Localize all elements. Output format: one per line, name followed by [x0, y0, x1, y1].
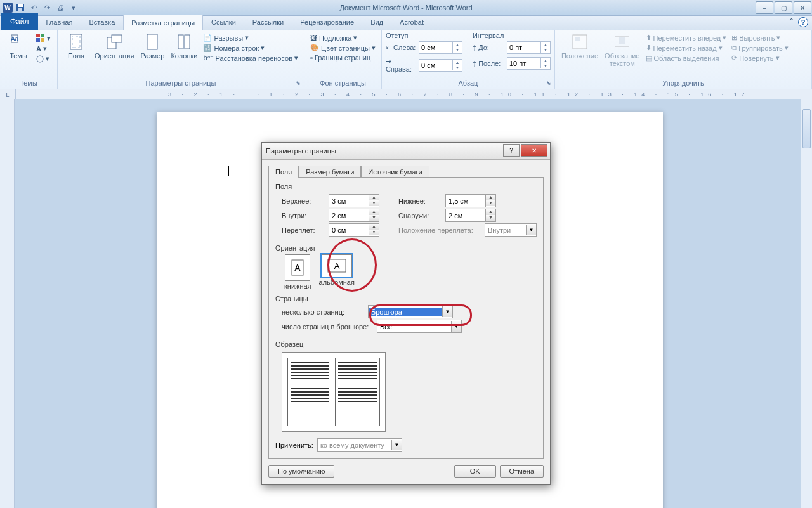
- columns-button[interactable]: Колонки: [168, 32, 200, 60]
- tab-insert[interactable]: Вставка: [81, 14, 123, 30]
- gutter-input[interactable]: ▲▼: [329, 223, 379, 237]
- indent-left-input[interactable]: ▲▼: [419, 41, 462, 54]
- align-button[interactable]: ⊞ Выровнять ▾: [730, 33, 790, 42]
- svg-rect-5: [36, 34, 40, 37]
- group-page-background: 🖼 Подложка ▾ 🎨 Цвет страницы ▾ ▫ Границы…: [304, 30, 382, 89]
- multiple-pages-select[interactable]: Брошюра▼: [368, 305, 453, 318]
- tab-acrobat[interactable]: Acrobat: [391, 14, 432, 30]
- svg-text:Aa: Aa: [11, 36, 19, 42]
- tab-page-layout[interactable]: Разметка страницы: [123, 15, 203, 30]
- dialog-tab-source[interactable]: Источник бумаги: [361, 166, 429, 178]
- tab-view[interactable]: Вид: [362, 14, 391, 30]
- tab-references[interactable]: Ссылки: [203, 14, 244, 30]
- size-button[interactable]: Размер: [138, 32, 167, 60]
- tab-review[interactable]: Рецензирование: [292, 14, 362, 30]
- theme-fonts-icon[interactable]: A▾: [34, 44, 53, 53]
- svg-rect-8: [41, 38, 44, 42]
- theme-effects-icon[interactable]: ▾: [34, 54, 53, 63]
- svg-rect-16: [185, 35, 190, 49]
- margin-top-input[interactable]: ▲▼: [329, 194, 379, 207]
- qat-more-icon[interactable]: ▾: [68, 2, 79, 13]
- hyphenation-button[interactable]: bᵃ⁻ Расстановка переносов ▾: [201, 53, 300, 63]
- selection-pane-button[interactable]: ▤ Область выделения: [644, 53, 729, 63]
- fieldset-preview: Образец: [275, 341, 537, 348]
- tab-home[interactable]: Главная: [38, 14, 81, 30]
- undo-icon[interactable]: ↶: [28, 2, 39, 13]
- svg-rect-19: [619, 37, 625, 44]
- spacing-before-input[interactable]: ▲▼: [507, 41, 551, 54]
- paragraph-launcher-icon[interactable]: ⬊: [544, 79, 553, 88]
- svg-text:A: A: [334, 261, 339, 271]
- scrollbar-thumb[interactable]: [802, 109, 811, 148]
- group-page-setup: Поля Ориентация Размер Колонки 📄 Разрывы…: [58, 30, 304, 89]
- fieldset-margins: Поля: [275, 183, 537, 190]
- wrap-text-button[interactable]: Обтекание текстом: [602, 32, 642, 67]
- spacing-after-input[interactable]: ▲▼: [507, 57, 551, 70]
- orientation-button[interactable]: Ориентация: [92, 32, 136, 60]
- page-borders-button[interactable]: ▫ Границы страниц: [308, 53, 377, 62]
- ok-button[interactable]: OK: [454, 465, 496, 478]
- bring-forward-button[interactable]: ⬆ Переместить вперед ▾: [644, 33, 729, 42]
- svg-rect-13: [112, 35, 122, 42]
- orientation-landscape[interactable]: A альбомная: [319, 254, 355, 290]
- preview-pane: [282, 352, 386, 432]
- ribbon-minimize-icon[interactable]: ⌃: [789, 17, 794, 27]
- svg-rect-18: [575, 37, 580, 41]
- apply-to-select[interactable]: ко всему документу▼: [317, 438, 402, 452]
- text-cursor: [228, 166, 229, 176]
- page-color-button[interactable]: 🎨 Цвет страницы ▾: [308, 43, 377, 53]
- redo-icon[interactable]: ↷: [41, 2, 53, 13]
- ribbon: Aa Темы ▾ A▾ ▾ Темы Поля Ориентация Разм…: [0, 30, 812, 89]
- dialog-help-icon[interactable]: ?: [503, 144, 520, 157]
- dialog-close-icon[interactable]: ✕: [521, 144, 547, 157]
- send-backward-button[interactable]: ⬇ Переместить назад ▾: [644, 43, 729, 53]
- qat-icon[interactable]: 🖨: [55, 2, 66, 13]
- close-button[interactable]: ✕: [794, 1, 811, 14]
- vertical-ruler[interactable]: [0, 99, 15, 508]
- svg-text:A: A: [295, 263, 301, 273]
- watermark-button[interactable]: 🖼 Подложка ▾: [308, 33, 377, 42]
- svg-rect-14: [147, 34, 157, 49]
- svg-rect-6: [41, 34, 44, 37]
- file-tab[interactable]: Файл: [1, 13, 38, 30]
- theme-colors-icon[interactable]: ▾: [34, 33, 53, 43]
- booklet-pages-select[interactable]: Все▼: [377, 320, 462, 333]
- group-arrange: Положение Обтекание текстом ⬆ Переместит…: [555, 30, 812, 89]
- group-paragraph: Отступ ⇤ Слева:▲▼ ⇥ Справа:▲▼ Интервал ‡…: [382, 30, 555, 89]
- svg-point-9: [37, 56, 43, 62]
- dialog-tabs: Поля Размер бумаги Источник бумаги: [262, 160, 550, 177]
- indent-right-input[interactable]: ▲▼: [419, 59, 462, 72]
- group-button[interactable]: ⧉ Группировать ▾: [730, 43, 790, 53]
- gutter-pos-select: Внутри▼: [485, 223, 537, 237]
- page-setup-launcher-icon[interactable]: ⬊: [294, 79, 303, 88]
- line-numbers-button[interactable]: 🔢 Номера строк ▾: [201, 43, 300, 53]
- position-button[interactable]: Положение: [559, 32, 601, 60]
- help-icon[interactable]: ?: [798, 17, 808, 27]
- fieldset-pages: Страницы: [275, 295, 537, 303]
- margin-bottom-input[interactable]: ▲▼: [445, 194, 496, 207]
- margin-inside-input[interactable]: ▲▼: [329, 209, 379, 222]
- minimize-button[interactable]: –: [756, 1, 773, 14]
- word-app-icon[interactable]: W: [3, 3, 13, 13]
- window-title: Документ Microsoft Word - Microsoft Word: [0, 4, 812, 11]
- quick-access-toolbar: W ↶ ↷ 🖨 ▾: [0, 2, 79, 13]
- dialog-tab-margins[interactable]: Поля: [268, 166, 299, 178]
- margins-button[interactable]: Поля: [62, 32, 91, 60]
- svg-rect-15: [178, 35, 183, 49]
- margin-outside-input[interactable]: ▲▼: [445, 209, 496, 222]
- rotate-button[interactable]: ⟳ Повернуть ▾: [730, 53, 790, 63]
- dialog-titlebar[interactable]: Параметры страницы ? ✕: [262, 143, 550, 160]
- dialog-tab-paper[interactable]: Размер бумаги: [299, 166, 361, 178]
- maximize-button[interactable]: ▢: [775, 1, 792, 14]
- svg-rect-2: [18, 8, 22, 11]
- orientation-portrait[interactable]: A книжная: [284, 254, 311, 290]
- breaks-button[interactable]: 📄 Разрывы ▾: [201, 33, 300, 42]
- vertical-scrollbar[interactable]: [801, 99, 812, 508]
- themes-button[interactable]: Aa Темы: [4, 32, 33, 60]
- save-icon[interactable]: [15, 2, 26, 13]
- tab-mailings[interactable]: Рассылки: [244, 14, 292, 30]
- dialog-title: Параметры страницы: [266, 147, 336, 155]
- ribbon-tabs: Файл Главная Вставка Разметка страницы С…: [0, 16, 812, 30]
- default-button[interactable]: По умолчанию: [268, 465, 334, 478]
- cancel-button[interactable]: Отмена: [500, 465, 544, 478]
